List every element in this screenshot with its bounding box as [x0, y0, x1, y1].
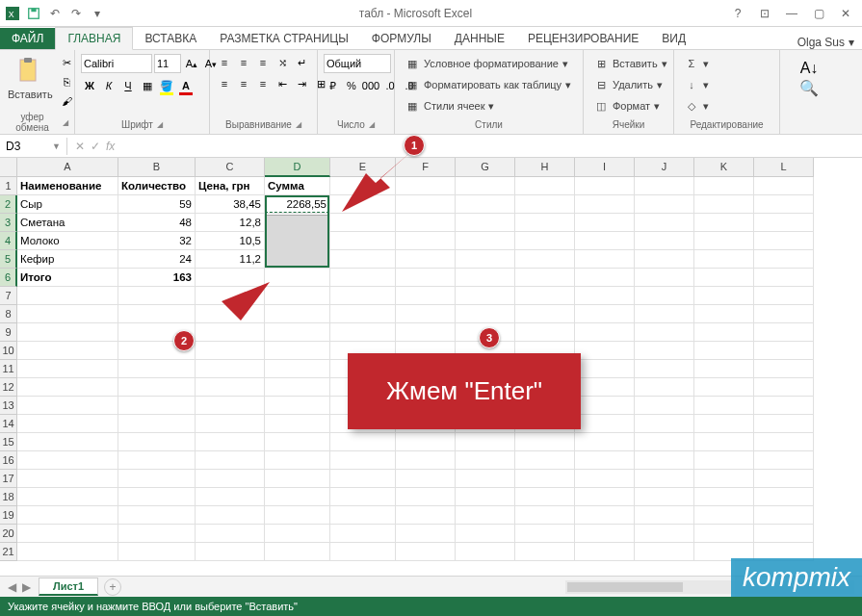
cell[interactable]: Сыр [17, 195, 118, 214]
row-header[interactable]: 12 [0, 378, 17, 397]
cell[interactable] [635, 451, 694, 470]
cell[interactable] [694, 269, 754, 287]
cell[interactable] [694, 342, 754, 360]
cell[interactable] [330, 488, 396, 506]
cell[interactable] [515, 323, 575, 342]
cell[interactable] [754, 323, 814, 342]
cell[interactable] [754, 433, 814, 451]
cell[interactable] [694, 415, 754, 433]
cell[interactable] [575, 415, 635, 433]
tab-home[interactable]: ГЛАВНАЯ [55, 27, 133, 50]
cell[interactable] [118, 305, 196, 323]
cell[interactable] [396, 305, 456, 323]
column-header[interactable]: I [575, 158, 635, 177]
cell[interactable] [118, 415, 196, 433]
cell[interactable] [330, 506, 396, 525]
cell[interactable] [17, 506, 118, 525]
cell[interactable] [754, 269, 814, 287]
cell[interactable] [17, 305, 118, 323]
cell[interactable]: Сметана [17, 214, 118, 232]
cell[interactable] [17, 488, 118, 506]
cell[interactable] [330, 525, 396, 543]
orientation-icon[interactable]: ⤭ [274, 54, 291, 71]
cell[interactable] [17, 378, 118, 397]
align-middle-icon[interactable]: ≡ [235, 54, 252, 71]
cell[interactable] [17, 323, 118, 342]
number-format-select[interactable] [324, 54, 391, 73]
cell[interactable] [196, 378, 265, 397]
increase-font-icon[interactable]: A▴ [183, 55, 200, 72]
cell[interactable] [754, 305, 814, 323]
cell[interactable] [196, 488, 265, 506]
row-header[interactable]: 13 [0, 397, 17, 415]
cell[interactable] [635, 378, 694, 397]
cell[interactable] [265, 415, 330, 433]
column-header[interactable]: C [196, 158, 265, 177]
cell[interactable] [330, 323, 396, 342]
maximize-icon[interactable]: ▢ [806, 4, 831, 23]
fx-icon[interactable]: fx [106, 140, 115, 153]
row-header[interactable]: 6 [0, 269, 17, 287]
cell[interactable] [754, 397, 814, 415]
cell[interactable] [694, 488, 754, 506]
cell[interactable] [515, 451, 575, 470]
align-left-icon[interactable]: ≡ [216, 75, 233, 92]
row-header[interactable]: 17 [0, 470, 17, 488]
row-header[interactable]: 18 [0, 488, 17, 506]
clipboard-launcher-icon[interactable]: ◢ [63, 118, 68, 127]
cell[interactable] [575, 433, 635, 451]
cell[interactable] [456, 543, 515, 561]
align-bottom-icon[interactable]: ≡ [254, 54, 272, 71]
cell[interactable] [635, 488, 694, 506]
cell[interactable] [118, 451, 196, 470]
cell[interactable] [17, 287, 118, 305]
cell[interactable] [575, 378, 635, 397]
cell[interactable] [330, 250, 396, 269]
cell[interactable] [694, 195, 754, 214]
sort-filter-icon[interactable]: A↓ [800, 60, 818, 77]
cell[interactable] [575, 232, 635, 250]
row-header[interactable]: 5 [0, 250, 17, 269]
redo-icon[interactable]: ↷ [67, 5, 85, 22]
cell[interactable] [635, 214, 694, 232]
cell[interactable] [515, 287, 575, 305]
cell[interactable] [635, 269, 694, 287]
row-header[interactable]: 1 [0, 177, 17, 195]
align-right-icon[interactable]: ≡ [254, 75, 272, 92]
row-header[interactable]: 20 [0, 525, 17, 543]
cell[interactable] [265, 214, 330, 232]
cell[interactable] [635, 470, 694, 488]
cell[interactable]: Наименование [17, 177, 118, 195]
format-painter-icon[interactable]: 🖌 [59, 92, 76, 110]
fill-button[interactable]: ↓▾ [680, 75, 713, 94]
font-launcher-icon[interactable]: ◢ [157, 120, 163, 129]
cell[interactable] [575, 451, 635, 470]
row-header[interactable]: 2 [0, 195, 17, 214]
cell[interactable] [635, 195, 694, 214]
cell[interactable] [754, 342, 814, 360]
cell[interactable] [196, 543, 265, 561]
cell[interactable] [456, 470, 515, 488]
bold-icon[interactable]: Ж [81, 77, 98, 94]
font-size-select[interactable] [154, 54, 181, 73]
cell[interactable] [396, 433, 456, 451]
cell[interactable] [575, 214, 635, 232]
cell[interactable] [694, 287, 754, 305]
cell[interactable] [456, 269, 515, 287]
conditional-formatting-button[interactable]: ▦Условное форматирование▾ [401, 54, 572, 73]
cell[interactable] [635, 287, 694, 305]
cell[interactable] [575, 506, 635, 525]
cell[interactable] [330, 287, 396, 305]
font-color-icon[interactable]: A [177, 77, 195, 94]
cancel-formula-icon[interactable]: ✕ [75, 140, 85, 153]
cell[interactable] [396, 543, 456, 561]
cell[interactable] [265, 543, 330, 561]
format-cells-button[interactable]: ◫Формат▾ [589, 96, 664, 116]
undo-icon[interactable]: ↶ [46, 5, 64, 22]
cell[interactable] [456, 232, 515, 250]
row-header[interactable]: 11 [0, 360, 17, 378]
row-header[interactable]: 3 [0, 214, 17, 232]
tab-file[interactable]: ФАЙЛ [0, 28, 55, 49]
cell[interactable] [694, 232, 754, 250]
cell[interactable] [754, 415, 814, 433]
